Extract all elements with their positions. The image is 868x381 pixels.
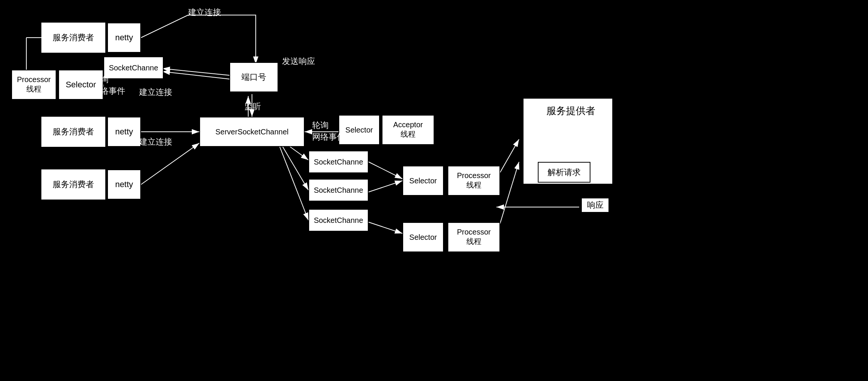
service-consumer-2: 服务消费者 bbox=[41, 117, 105, 147]
label-establish-connection-btm: 建立连接 bbox=[139, 136, 172, 148]
svg-line-12 bbox=[369, 181, 402, 192]
svg-line-11 bbox=[369, 162, 402, 179]
svg-line-22 bbox=[162, 72, 229, 79]
socketchannel-3: SocketChanne bbox=[308, 179, 369, 201]
label-listen: 监听 bbox=[244, 101, 261, 112]
netty-3: netty bbox=[107, 169, 141, 200]
label-send-response: 发送响应 bbox=[282, 56, 315, 67]
service-consumer-1: 服务消费者 bbox=[41, 23, 105, 53]
svg-line-2 bbox=[162, 69, 229, 75]
server-socket-channel: ServerSocketChannel bbox=[199, 117, 305, 147]
label-establish-connection-top: 建立连接 bbox=[188, 7, 221, 18]
label-establish-connection-mid: 建立连接 bbox=[139, 87, 172, 98]
port-number: 端口号 bbox=[229, 62, 278, 92]
acceptor-thread: Acceptor线程 bbox=[382, 115, 434, 145]
parse-request: 解析请求 bbox=[538, 162, 590, 183]
processor-thread-selector-1: Processor线程 bbox=[11, 70, 56, 100]
netty-2: netty bbox=[107, 117, 141, 147]
svg-line-10 bbox=[278, 143, 308, 220]
socketchannel-4: SocketChanne bbox=[308, 209, 369, 232]
socketchannel-2: SocketChanne bbox=[308, 151, 369, 173]
label-poll-network-1: 轮询网络事件 bbox=[92, 74, 125, 97]
svg-line-13 bbox=[369, 222, 402, 233]
svg-line-9 bbox=[278, 139, 308, 190]
processor-thread-1: Processor线程 bbox=[448, 166, 500, 196]
service-consumer-3: 服务消费者 bbox=[41, 169, 105, 200]
processor-thread-2: Processor线程 bbox=[448, 222, 500, 252]
svg-line-7 bbox=[141, 143, 199, 184]
label-poll-network-2: 轮询网络事件 bbox=[312, 120, 345, 143]
selector-processor-1: Selector bbox=[402, 166, 444, 196]
selector-processor-2: Selector bbox=[402, 222, 444, 252]
response-box: 响应 bbox=[581, 198, 609, 213]
diagram-container: 服务消费者 netty Processor线程 Selector SocketC… bbox=[0, 0, 868, 381]
netty-1: netty bbox=[107, 23, 141, 53]
